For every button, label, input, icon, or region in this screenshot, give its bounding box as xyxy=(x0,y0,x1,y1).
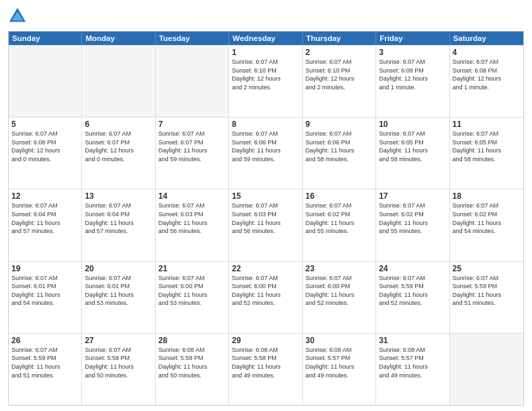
cal-header-day: Monday xyxy=(82,32,155,45)
logo xyxy=(8,7,30,26)
cal-day-info: Sunrise: 6:07 AM Sunset: 6:04 PM Dayligh… xyxy=(85,201,152,235)
cal-day-number: 27 xyxy=(85,336,152,345)
cal-day-number: 5 xyxy=(11,120,79,129)
cal-cell: 2Sunrise: 6:07 AM Sunset: 6:10 PM Daylig… xyxy=(303,46,376,117)
cal-cell: 17Sunrise: 6:07 AM Sunset: 6:02 PM Dayli… xyxy=(376,189,449,261)
cal-day-number: 22 xyxy=(232,264,299,273)
cal-day-info: Sunrise: 6:08 AM Sunset: 5:57 PM Dayligh… xyxy=(306,346,373,379)
cal-day-number: 24 xyxy=(379,264,446,273)
cal-day-info: Sunrise: 6:07 AM Sunset: 6:01 PM Dayligh… xyxy=(85,274,152,308)
cal-cell: 21Sunrise: 6:07 AM Sunset: 6:00 PM Dayli… xyxy=(156,262,229,333)
cal-day-number: 21 xyxy=(159,264,226,273)
cal-day-number: 14 xyxy=(159,191,226,201)
cal-day-number: 18 xyxy=(453,191,521,201)
cal-day-number: 23 xyxy=(306,264,373,273)
calendar-body: 1Sunrise: 6:07 AM Sunset: 6:10 PM Daylig… xyxy=(9,45,523,405)
cal-day-info: Sunrise: 6:07 AM Sunset: 6:04 PM Dayligh… xyxy=(11,201,79,235)
cal-day-info: Sunrise: 6:07 AM Sunset: 6:02 PM Dayligh… xyxy=(379,201,446,235)
cal-cell xyxy=(9,46,82,117)
cal-cell: 12Sunrise: 6:07 AM Sunset: 6:04 PM Dayli… xyxy=(9,189,82,261)
cal-cell: 9Sunrise: 6:07 AM Sunset: 6:06 PM Daylig… xyxy=(303,118,376,189)
cal-day-info: Sunrise: 6:07 AM Sunset: 6:02 PM Dayligh… xyxy=(306,201,373,235)
cal-day-info: Sunrise: 6:07 AM Sunset: 6:00 PM Dayligh… xyxy=(159,274,226,308)
cal-cell: 28Sunrise: 6:08 AM Sunset: 5:58 PM Dayli… xyxy=(156,334,229,405)
cal-day-number: 28 xyxy=(159,336,226,345)
cal-day-info: Sunrise: 6:07 AM Sunset: 6:05 PM Dayligh… xyxy=(453,130,521,163)
cal-day-info: Sunrise: 6:07 AM Sunset: 6:05 PM Dayligh… xyxy=(379,130,446,163)
cal-cell: 24Sunrise: 6:07 AM Sunset: 5:59 PM Dayli… xyxy=(376,262,449,333)
cal-cell: 8Sunrise: 6:07 AM Sunset: 6:06 PM Daylig… xyxy=(229,118,302,189)
cal-day-number: 2 xyxy=(306,48,373,57)
cal-day-info: Sunrise: 6:07 AM Sunset: 6:08 PM Dayligh… xyxy=(453,58,521,91)
cal-day-number: 25 xyxy=(453,264,521,273)
calendar-header: SundayMondayTuesdayWednesdayThursdayFrid… xyxy=(9,32,523,45)
cal-cell: 20Sunrise: 6:07 AM Sunset: 6:01 PM Dayli… xyxy=(82,262,155,333)
cal-day-number: 7 xyxy=(159,120,226,129)
cal-cell: 1Sunrise: 6:07 AM Sunset: 6:10 PM Daylig… xyxy=(229,46,302,117)
cal-day-number: 16 xyxy=(306,191,373,201)
cal-day-number: 20 xyxy=(85,264,152,273)
cal-cell: 15Sunrise: 6:07 AM Sunset: 6:03 PM Dayli… xyxy=(229,189,302,261)
cal-cell xyxy=(156,46,229,117)
cal-day-number: 1 xyxy=(232,48,299,57)
cal-day-number: 9 xyxy=(306,120,373,129)
cal-day-info: Sunrise: 6:07 AM Sunset: 5:59 PM Dayligh… xyxy=(379,274,446,308)
cal-cell: 29Sunrise: 6:08 AM Sunset: 5:58 PM Dayli… xyxy=(229,334,302,405)
cal-day-number: 12 xyxy=(11,191,79,201)
cal-cell: 30Sunrise: 6:08 AM Sunset: 5:57 PM Dayli… xyxy=(303,334,376,405)
cal-week: 12Sunrise: 6:07 AM Sunset: 6:04 PM Dayli… xyxy=(9,189,523,261)
cal-day-info: Sunrise: 6:07 AM Sunset: 6:09 PM Dayligh… xyxy=(379,58,446,91)
cal-day-info: Sunrise: 6:07 AM Sunset: 6:02 PM Dayligh… xyxy=(453,201,521,235)
cal-week: 26Sunrise: 6:07 AM Sunset: 5:59 PM Dayli… xyxy=(9,333,523,405)
cal-day-info: Sunrise: 6:07 AM Sunset: 6:10 PM Dayligh… xyxy=(232,58,299,91)
cal-day-number: 8 xyxy=(232,120,299,129)
cal-cell: 11Sunrise: 6:07 AM Sunset: 6:05 PM Dayli… xyxy=(450,118,523,189)
calendar: SundayMondayTuesdayWednesdayThursdayFrid… xyxy=(8,31,524,406)
cal-day-info: Sunrise: 6:08 AM Sunset: 5:57 PM Dayligh… xyxy=(379,346,446,379)
cal-week: 19Sunrise: 6:07 AM Sunset: 6:01 PM Dayli… xyxy=(9,261,523,333)
page-header xyxy=(8,7,524,26)
cal-cell: 25Sunrise: 6:07 AM Sunset: 5:59 PM Dayli… xyxy=(450,262,523,333)
cal-cell: 27Sunrise: 6:07 AM Sunset: 5:58 PM Dayli… xyxy=(82,334,155,405)
cal-week: 5Sunrise: 6:07 AM Sunset: 6:08 PM Daylig… xyxy=(9,117,523,189)
cal-cell: 10Sunrise: 6:07 AM Sunset: 6:05 PM Dayli… xyxy=(376,118,449,189)
cal-day-info: Sunrise: 6:07 AM Sunset: 6:06 PM Dayligh… xyxy=(306,130,373,163)
cal-cell: 14Sunrise: 6:07 AM Sunset: 6:03 PM Dayli… xyxy=(156,189,229,261)
cal-day-info: Sunrise: 6:07 AM Sunset: 6:08 PM Dayligh… xyxy=(11,130,79,163)
cal-cell: 23Sunrise: 6:07 AM Sunset: 6:00 PM Dayli… xyxy=(303,262,376,333)
logo-icon xyxy=(8,7,27,26)
cal-day-number: 26 xyxy=(11,336,79,345)
cal-day-info: Sunrise: 6:07 AM Sunset: 6:07 PM Dayligh… xyxy=(159,130,226,163)
cal-day-info: Sunrise: 6:07 AM Sunset: 5:59 PM Dayligh… xyxy=(453,274,521,308)
cal-day-number: 31 xyxy=(379,336,446,345)
cal-day-info: Sunrise: 6:07 AM Sunset: 6:07 PM Dayligh… xyxy=(85,130,152,163)
cal-header-day: Saturday xyxy=(450,32,523,45)
cal-day-number: 6 xyxy=(85,120,152,129)
cal-week: 1Sunrise: 6:07 AM Sunset: 6:10 PM Daylig… xyxy=(9,45,523,117)
cal-day-number: 13 xyxy=(85,191,152,201)
cal-header-day: Thursday xyxy=(303,32,376,45)
cal-day-number: 29 xyxy=(232,336,299,345)
cal-day-info: Sunrise: 6:07 AM Sunset: 6:03 PM Dayligh… xyxy=(159,201,226,235)
cal-day-info: Sunrise: 6:07 AM Sunset: 6:00 PM Dayligh… xyxy=(306,274,373,308)
cal-day-number: 17 xyxy=(379,191,446,201)
cal-cell xyxy=(82,46,155,117)
cal-cell: 18Sunrise: 6:07 AM Sunset: 6:02 PM Dayli… xyxy=(450,189,523,261)
cal-day-info: Sunrise: 6:07 AM Sunset: 6:10 PM Dayligh… xyxy=(306,58,373,91)
cal-cell: 31Sunrise: 6:08 AM Sunset: 5:57 PM Dayli… xyxy=(376,334,449,405)
cal-day-info: Sunrise: 6:07 AM Sunset: 6:03 PM Dayligh… xyxy=(232,201,299,235)
cal-header-day: Wednesday xyxy=(229,32,302,45)
cal-day-number: 11 xyxy=(453,120,521,129)
cal-day-number: 19 xyxy=(11,264,79,273)
cal-cell xyxy=(450,334,523,405)
cal-cell: 4Sunrise: 6:07 AM Sunset: 6:08 PM Daylig… xyxy=(450,46,523,117)
cal-cell: 13Sunrise: 6:07 AM Sunset: 6:04 PM Dayli… xyxy=(82,189,155,261)
cal-cell: 19Sunrise: 6:07 AM Sunset: 6:01 PM Dayli… xyxy=(9,262,82,333)
cal-header-day: Friday xyxy=(376,32,449,45)
cal-day-info: Sunrise: 6:07 AM Sunset: 5:59 PM Dayligh… xyxy=(11,346,79,379)
cal-day-info: Sunrise: 6:07 AM Sunset: 6:01 PM Dayligh… xyxy=(11,274,79,308)
cal-header-day: Tuesday xyxy=(156,32,229,45)
cal-day-info: Sunrise: 6:07 AM Sunset: 6:00 PM Dayligh… xyxy=(232,274,299,308)
cal-day-number: 30 xyxy=(306,336,373,345)
cal-cell: 5Sunrise: 6:07 AM Sunset: 6:08 PM Daylig… xyxy=(9,118,82,189)
